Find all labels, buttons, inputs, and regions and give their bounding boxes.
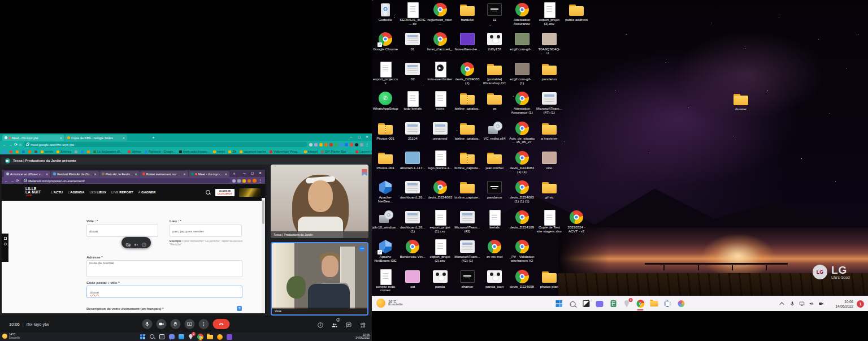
desktop-icon[interactable]: a imprimer (536, 120, 562, 141)
desktop-icon[interactable]: devis_D224098 (509, 269, 535, 289)
tray-cast-icon[interactable] (798, 301, 805, 307)
search-icon[interactable] (206, 190, 211, 195)
desktop-icon[interactable]: Bordereau-Vin... (400, 239, 426, 259)
taskbar-search-icon[interactable] (149, 334, 155, 340)
weather-widget[interactable]: 14°C Ensoleillé (2, 333, 20, 339)
desktop-icon[interactable]: MicrosoftTeam... (42) (1) (454, 239, 480, 263)
minimize-icon[interactable]: ─ (348, 133, 355, 140)
desktop-icon[interactable]: export_projet (1).csv (427, 209, 453, 234)
weather-widget[interactable]: 16°C Ensoleillé (376, 299, 403, 308)
extension-icon[interactable] (335, 143, 338, 146)
desktop-icon[interactable]: ▶inzo-overthinker (427, 61, 453, 81)
browser-tab[interactable]: Meet - rhx-iuyc-ytw✕ (189, 171, 229, 177)
extension-icon[interactable] (350, 143, 353, 146)
desktop-icon[interactable]: Attestation Assurance (509, 2, 535, 26)
desktop-icon[interactable]: Copie de Test site stagers.xlsx (536, 209, 562, 234)
desktop-icon[interactable]: abstract-1-117... (400, 150, 426, 170)
extension-icon[interactable] (324, 143, 328, 146)
taskbar-question-icon[interactable] (226, 334, 232, 340)
anniversary-badge[interactable]: 20 ANS DE LILLELANUIT (215, 189, 235, 196)
desktop-icon[interactable]: Photos-001 (372, 120, 398, 141)
desktop-icon[interactable]: compte redu comex (372, 269, 398, 293)
taskbar-start-icon[interactable] (555, 300, 563, 308)
code-postal-input[interactable]: , douai (86, 286, 242, 298)
end-call-button[interactable] (213, 319, 230, 329)
address-bar[interactable]: lillelanuit.com/proposer-un-evenement/ (21, 178, 231, 183)
desktop-icon[interactable]: ♻Corbeille (372, 2, 398, 22)
help-badge[interactable]: ? (237, 306, 242, 311)
taskbar-chrome-icon[interactable] (636, 300, 645, 308)
desktop-icon[interactable]: ↗Google Chrome (372, 31, 398, 51)
bookmark-item[interactable]: kerials (41, 150, 53, 153)
bookmark-item[interactable] (87, 150, 90, 153)
taskbar-chat-icon[interactable] (596, 300, 604, 308)
desktop-icon[interactable]: cat (400, 269, 426, 289)
speaker-off-icon[interactable] (133, 240, 139, 245)
hand-raise-button[interactable] (171, 319, 181, 329)
festival-banner-image[interactable] (239, 188, 261, 197)
site-nav-item[interactable]: LES LIEUX (89, 191, 106, 194)
close-icon[interactable]: ✕ (94, 172, 96, 176)
extension-icon[interactable] (237, 179, 241, 183)
desktop-icon[interactable]: Attestation Assurance (1) (509, 90, 535, 115)
desktop-icon[interactable]: devis_D224083 (1) (454, 61, 480, 85)
desktop-icon[interactable]: T0A9QSC4Q-U... (536, 31, 562, 55)
more-button[interactable] (199, 319, 209, 329)
page-scrollbar[interactable] (262, 198, 265, 313)
extension-icon[interactable] (340, 143, 343, 146)
media-icon[interactable]: ▦ (162, 313, 165, 314)
desktop-icon[interactable]: todo kerials (400, 90, 426, 111)
desktop-icon[interactable]: photos plan (536, 269, 562, 289)
desktop-icon[interactable]: export_projet (2).csv (427, 239, 453, 263)
desktop-icon[interactable]: bizline_capture... (454, 179, 480, 204)
bookmark-item[interactable]: Volkvertiger Peuge... (270, 150, 301, 153)
new-tab-button[interactable]: + (149, 135, 158, 141)
bookmark-item[interactable] (34, 150, 37, 153)
forward-icon[interactable]: → (8, 141, 12, 148)
desktop-icon[interactable]: bizline_capture... (454, 150, 480, 174)
taskbar-start-icon[interactable] (140, 334, 146, 340)
camera-off-icon[interactable] (125, 240, 131, 245)
camera-button[interactable] (157, 319, 167, 329)
desktop-icon[interactable]: devis_D224083 (1) (1) (509, 150, 535, 174)
taskbar-search-icon[interactable] (568, 300, 577, 308)
tray-mic-icon[interactable] (789, 301, 795, 307)
desktop-icon[interactable]: KERIALIS_BRIE... de contrats_26... (400, 2, 426, 26)
quote-icon[interactable]: “ (135, 313, 136, 314)
taskbar-pin-icon[interactable]: 9 (623, 300, 631, 308)
desktop-icon[interactable]: 2d0y157 (481, 31, 507, 51)
bold-icon[interactable]: B (114, 313, 117, 314)
lieu-input[interactable] (170, 225, 242, 237)
bookmark-item[interactable] (75, 150, 77, 153)
desktop-icon[interactable]: devis_D224083 (427, 179, 453, 200)
desktop-icon[interactable]: devis_D224109 (509, 209, 535, 230)
desktop-icon[interactable]: Avis_de_situatio... 15_06_27 (509, 120, 535, 145)
reload-icon[interactable]: ⟳ (14, 141, 18, 148)
minimize-icon[interactable]: ─ (241, 170, 248, 176)
taskbar-palette-icon[interactable] (677, 300, 685, 308)
bookmark-item[interactable]: DIY Planter Box - C... (321, 150, 352, 153)
desktop-icon[interactable]: ↗Apache NetBeans IDE 13 (372, 239, 398, 263)
taskbar-folder-icon[interactable] (207, 334, 213, 340)
close-icon[interactable]: ✕ (363, 133, 371, 140)
desktop-icon[interactable]: [portable] Photoshop CC ... (481, 61, 507, 85)
italic-icon[interactable]: I (119, 313, 120, 314)
desktop-icon[interactable]: panda_icon (481, 269, 507, 289)
extension-icon[interactable] (242, 179, 246, 183)
extension-icon[interactable] (309, 143, 313, 146)
taskbar-calculator-icon[interactable] (609, 300, 618, 308)
desktop-icon[interactable]: logo-piscine-s... (427, 150, 453, 170)
chevron-up-icon[interactable] (779, 301, 785, 307)
extension-icon[interactable] (329, 143, 333, 146)
desktop-icon[interactable]: 01 (400, 31, 426, 51)
site-nav-item[interactable]: LIVE REPORT (111, 191, 133, 194)
desktop-icon[interactable]: chatrun (454, 269, 480, 289)
site-nav-item[interactable]: L'AGENDA (68, 191, 84, 194)
info-button[interactable] (317, 321, 324, 327)
taskbar-task-view-icon[interactable] (582, 300, 591, 308)
bookmark-item[interactable]: La déclaration d'im... (93, 150, 124, 153)
desktop-icon[interactable]: ✆WhatsAppSetup (372, 90, 398, 111)
extension-icon[interactable] (360, 143, 363, 146)
taskbar-pin-icon[interactable]: 2 (188, 334, 194, 340)
address-bar[interactable]: meet.google.com/rhx-iuyc-ytw (23, 142, 307, 147)
